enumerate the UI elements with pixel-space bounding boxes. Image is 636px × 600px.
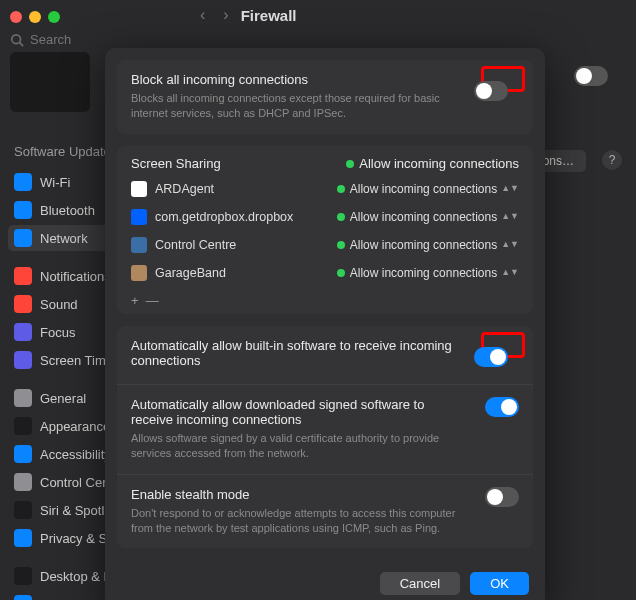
app-name: GarageBand [155,266,226,280]
app-status-dropdown[interactable]: Allow incoming connections▲▼ [337,210,519,224]
sidebar-icon [14,501,32,519]
sidebar-icon [14,201,32,219]
app-row[interactable]: GarageBandAllow incoming connections▲▼ [117,259,533,287]
auto-builtin-toggle[interactable] [474,347,508,367]
chevron-updown-icon: ▲▼ [501,186,519,191]
page-title: Firewall [241,7,297,24]
stealth-desc: Don't respond to or acknowledge attempts… [131,506,519,537]
highlight-box [481,66,525,92]
auto-builtin-title: Automatically allow built-in software to… [131,338,519,368]
svg-point-0 [12,34,21,43]
app-name: ARDAgent [155,182,214,196]
window-close[interactable] [10,11,22,23]
sidebar-icon [14,323,32,341]
auto-signed-title: Automatically allow downloaded signed so… [131,397,519,427]
app-name: Control Centre [155,238,236,252]
app-icon [131,265,147,281]
chevron-updown-icon: ▲▼ [501,214,519,219]
sidebar-item-label: Wi-Fi [40,175,70,190]
stealth-title: Enable stealth mode [131,487,519,502]
stealth-toggle[interactable] [485,487,519,507]
sidebar-item-label: Displays [40,597,89,601]
sidebar-item-label: Notifications [40,269,111,284]
help-button[interactable]: ? [602,150,622,170]
sidebar-item-label: Network [40,231,88,246]
auto-signed-toggle[interactable] [485,397,519,417]
app-icon [131,181,147,197]
app-icon [131,209,147,225]
svg-line-1 [20,42,24,46]
sidebar-icon [14,389,32,407]
sidebar-item-label: Accessibility [40,447,111,462]
nav-forward-icon[interactable]: › [223,6,228,24]
nav-back-icon[interactable]: ‹ [200,6,205,24]
sidebar-icon [14,295,32,313]
window-maximize[interactable] [48,11,60,23]
app-name: com.getdropbox.dropbox [155,210,293,224]
app-row[interactable]: com.getdropbox.dropboxAllow incoming con… [117,203,533,231]
status-dot-icon [337,185,345,193]
list-header-right: Allow incoming connections [346,156,519,171]
search-input[interactable] [30,32,170,47]
window-minimize[interactable] [29,11,41,23]
account-tile[interactable] [10,52,90,112]
app-icon [131,237,147,253]
auto-signed-desc: Allows software signed by a valid certif… [131,431,519,462]
sidebar-icon [14,417,32,435]
sidebar-icon [14,267,32,285]
sidebar-icon [14,529,32,547]
sidebar-icon [14,351,32,369]
highlight-box [481,332,525,358]
status-dot-icon [337,269,345,277]
block-all-toggle[interactable] [474,81,508,101]
status-dot-icon [337,213,345,221]
app-status-dropdown[interactable]: Allow incoming connections▲▼ [337,266,519,280]
app-status-dropdown[interactable]: Allow incoming connections▲▼ [337,182,519,196]
sidebar-icon [14,567,32,585]
cancel-button[interactable]: Cancel [380,572,460,595]
sidebar-item-label: Bluetooth [40,203,95,218]
block-all-desc: Blocks all incoming connections except t… [131,91,519,122]
chevron-updown-icon: ▲▼ [501,270,519,275]
sidebar-item-label: Focus [40,325,75,340]
sidebar-icon [14,173,32,191]
add-app-button[interactable]: + [131,293,139,308]
ok-button[interactable]: OK [470,572,529,595]
status-dot-icon [346,160,354,168]
sidebar-item-label: General [40,391,86,406]
sidebar-item-label: Sound [40,297,78,312]
block-all-title: Block all incoming connections [131,72,519,87]
sidebar-icon [14,445,32,463]
sidebar-icon [14,229,32,247]
list-header-left: Screen Sharing [131,156,221,171]
sidebar-item-label: Screen Time [40,353,113,368]
status-dot-icon [337,241,345,249]
firewall-toggle[interactable] [574,66,608,86]
search-icon [10,33,24,47]
chevron-updown-icon: ▲▼ [501,242,519,247]
sidebar-icon [14,473,32,491]
sidebar-icon [14,595,32,600]
remove-app-button[interactable]: — [146,293,159,308]
firewall-options-modal: Block all incoming connections Blocks al… [105,48,545,600]
app-status-dropdown[interactable]: Allow incoming connections▲▼ [337,238,519,252]
app-row[interactable]: ARDAgentAllow incoming connections▲▼ [117,175,533,203]
sidebar-item-label: Appearance [40,419,110,434]
app-row[interactable]: Control CentreAllow incoming connections… [117,231,533,259]
